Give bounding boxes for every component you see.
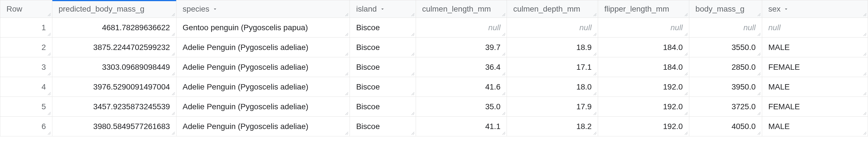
cell-culmenl: 41.6: [416, 77, 507, 97]
resize-handle-icon[interactable]: [684, 12, 688, 17]
resize-handle-icon[interactable]: [501, 52, 506, 56]
resize-handle-icon[interactable]: [501, 12, 506, 17]
column-header-flip[interactable]: flipper_length_mm: [598, 0, 689, 18]
resize-handle-icon[interactable]: [171, 131, 176, 135]
resize-handle-icon[interactable]: [863, 92, 867, 96]
resize-handle-icon[interactable]: [863, 32, 867, 37]
svg-line-82: [594, 92, 596, 95]
resize-handle-icon[interactable]: [757, 72, 761, 76]
column-header-sex[interactable]: sex: [762, 0, 868, 18]
resize-handle-icon[interactable]: [171, 92, 176, 96]
svg-line-57: [174, 74, 175, 75]
table-row[interactable]: 53457.9235873245539Adelie Penguin (Pygos…: [0, 97, 868, 117]
resize-handle-icon[interactable]: [593, 131, 597, 135]
column-header-culmenl[interactable]: culmen_length_mm: [416, 0, 507, 18]
resize-handle-icon[interactable]: [411, 131, 415, 135]
resize-handle-icon[interactable]: [863, 111, 867, 116]
dropdown-icon[interactable]: [380, 6, 385, 12]
resize-handle-icon[interactable]: [411, 52, 415, 56]
resize-handle-icon[interactable]: [593, 72, 597, 76]
cell-value: Biscoe: [356, 63, 380, 72]
resize-handle-icon[interactable]: [171, 12, 176, 17]
dropdown-icon[interactable]: [212, 6, 218, 12]
resize-handle-icon[interactable]: [593, 92, 597, 96]
resize-handle-icon[interactable]: [757, 32, 761, 37]
resize-handle-icon[interactable]: [684, 131, 688, 135]
column-header-row[interactable]: Row: [0, 0, 52, 18]
column-header-species[interactable]: species: [176, 0, 350, 18]
resize-handle-icon[interactable]: [47, 72, 52, 76]
resize-handle-icon[interactable]: [344, 32, 349, 37]
resize-handle-icon[interactable]: [411, 32, 415, 37]
resize-handle-icon[interactable]: [593, 32, 597, 37]
resize-handle-icon[interactable]: [344, 111, 349, 116]
resize-handle-icon[interactable]: [47, 131, 52, 135]
resize-handle-icon[interactable]: [171, 32, 176, 37]
resize-handle-icon[interactable]: [501, 111, 506, 116]
resize-handle-icon[interactable]: [863, 72, 867, 76]
svg-line-121: [686, 133, 688, 135]
resize-handle-icon[interactable]: [411, 72, 415, 76]
resize-handle-icon[interactable]: [344, 92, 349, 96]
column-header-culmend[interactable]: culmen_depth_mm: [507, 0, 598, 18]
table-row[interactable]: 14681.78289636622Gentoo penguin (Pygosce…: [0, 18, 868, 37]
resize-handle-icon[interactable]: [684, 111, 688, 116]
resize-handle-icon[interactable]: [171, 72, 176, 76]
resize-handle-icon[interactable]: [344, 12, 349, 17]
resize-handle-icon[interactable]: [757, 111, 761, 116]
resize-handle-icon[interactable]: [593, 52, 597, 56]
resize-handle-icon[interactable]: [757, 12, 761, 17]
resize-handle-icon[interactable]: [684, 52, 688, 56]
dropdown-icon[interactable]: [783, 6, 789, 12]
table-row[interactable]: 33303.09689098449Adelie Penguin (Pygosce…: [0, 57, 868, 77]
cell-value: 3303.09689098449: [102, 63, 170, 72]
cell-value: 184.0: [663, 43, 683, 52]
resize-handle-icon[interactable]: [171, 52, 176, 56]
table-row[interactable]: 43976.5290091497004Adelie Penguin (Pygos…: [0, 77, 868, 97]
svg-line-87: [759, 94, 761, 95]
cell-value: 41.1: [485, 122, 501, 131]
resize-handle-icon[interactable]: [47, 12, 52, 17]
resize-handle-icon[interactable]: [411, 92, 415, 96]
resize-handle-icon[interactable]: [593, 111, 597, 116]
resize-handle-icon[interactable]: [171, 111, 176, 116]
cell-pred: 3980.5849577261683: [52, 117, 176, 136]
resize-handle-icon[interactable]: [411, 111, 415, 116]
resize-handle-icon[interactable]: [344, 52, 349, 56]
resize-handle-icon[interactable]: [684, 92, 688, 96]
column-header-pred[interactable]: predicted_body_mass_g: [52, 0, 176, 18]
resize-handle-icon[interactable]: [47, 111, 52, 116]
column-label: predicted_body_mass_g: [59, 4, 144, 14]
table-row[interactable]: 23875.2244702599232Adelie Penguin (Pygos…: [0, 37, 868, 57]
resize-handle-icon[interactable]: [47, 32, 52, 37]
svg-line-60: [411, 73, 414, 75]
resize-handle-icon[interactable]: [344, 72, 349, 76]
resize-handle-icon[interactable]: [757, 52, 761, 56]
resize-handle-icon[interactable]: [501, 32, 506, 37]
resize-handle-icon[interactable]: [757, 92, 761, 96]
svg-line-17: [865, 15, 866, 16]
resize-handle-icon[interactable]: [47, 52, 52, 56]
resize-handle-icon[interactable]: [863, 12, 867, 17]
resize-handle-icon[interactable]: [501, 72, 506, 76]
svg-line-20: [172, 33, 175, 36]
resize-handle-icon[interactable]: [757, 131, 761, 135]
resize-handle-icon[interactable]: [501, 92, 506, 96]
svg-line-9: [504, 15, 505, 16]
column-header-island[interactable]: island: [350, 0, 416, 18]
resize-handle-icon[interactable]: [411, 12, 415, 17]
resize-handle-icon[interactable]: [593, 12, 597, 17]
svg-line-107: [865, 113, 866, 115]
resize-handle-icon[interactable]: [863, 52, 867, 56]
table-row[interactable]: 63980.5849577261683Adelie Penguin (Pygos…: [0, 117, 868, 136]
svg-line-69: [759, 74, 761, 75]
resize-handle-icon[interactable]: [47, 92, 52, 96]
resize-handle-icon[interactable]: [684, 72, 688, 76]
resize-handle-icon[interactable]: [684, 32, 688, 37]
resize-handle-icon[interactable]: [344, 131, 349, 135]
svg-line-6: [411, 13, 414, 16]
column-header-mass[interactable]: body_mass_g: [689, 0, 762, 18]
resize-handle-icon[interactable]: [501, 131, 506, 135]
resize-handle-icon[interactable]: [863, 131, 867, 135]
svg-line-105: [759, 113, 761, 115]
